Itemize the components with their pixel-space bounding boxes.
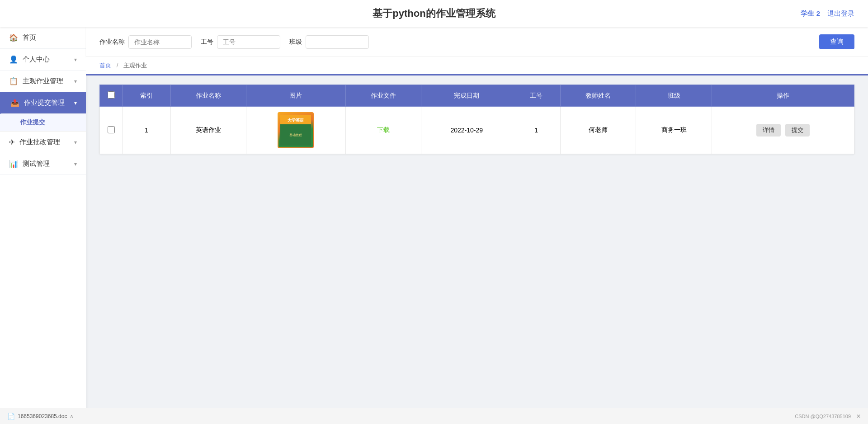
- clipboard-icon: 📋: [9, 77, 18, 85]
- col-name: 作业名称: [170, 85, 246, 107]
- col-file: 作业文件: [345, 85, 421, 107]
- col-class: 班级: [636, 85, 712, 107]
- sidebar-label-review-mgmt: 作业批改管理: [19, 138, 60, 146]
- home-icon: 🏠: [9, 33, 18, 42]
- search-group-name: 作业名称: [99, 35, 192, 49]
- sidebar-item-test-mgmt[interactable]: 📊 测试管理 ▾: [0, 153, 86, 175]
- sidebar-item-home[interactable]: 🏠 首页: [0, 27, 86, 49]
- main-layout: 🏠 首页 👤 个人中心 ▾ 📋 主观作业管理 ▾ 📤 作业提交管理: [0, 27, 868, 424]
- breadcrumb: 首页 / 主观作业: [86, 57, 868, 75]
- row-checkbox-cell: [100, 107, 123, 154]
- bottom-file-name: 1665369023685.doc: [18, 413, 67, 419]
- breadcrumb-home[interactable]: 首页: [99, 62, 111, 69]
- person-icon: 👤: [9, 55, 18, 64]
- table-row: 1 英语作业 大学英语 基础教程: [100, 107, 854, 154]
- row-checkbox[interactable]: [108, 126, 115, 133]
- send-icon: ✈: [9, 138, 15, 146]
- col-empid: 工号: [512, 85, 561, 107]
- logout-button[interactable]: 退出登录: [827, 9, 854, 18]
- breadcrumb-separator: /: [117, 62, 118, 69]
- chart-icon: 📊: [9, 160, 18, 168]
- row-image-cell: 大学英语 基础教程: [246, 107, 345, 154]
- download-link[interactable]: 下载: [377, 126, 390, 133]
- employee-id-label: 工号: [201, 38, 213, 46]
- class-label: 班级: [289, 38, 302, 46]
- sidebar-label-submit-mgmt: 作业提交管理: [24, 99, 65, 107]
- sidebar-label-test-mgmt: 测试管理: [23, 160, 50, 168]
- table-header-row: 索引 作业名称 图片 作业文件 完成日期 工号 教师姓名 班级 操作: [100, 85, 854, 107]
- row-due-date: 2022-10-29: [421, 107, 512, 154]
- row-file: 下载: [345, 107, 421, 154]
- student-label: 学生 2: [801, 9, 820, 18]
- col-action: 操作: [712, 85, 854, 107]
- chevron-down-icon: ▾: [74, 57, 77, 63]
- search-bar: 作业名称 工号 班级 商务一班 查询: [86, 27, 868, 57]
- submit-button[interactable]: 提交: [785, 124, 810, 137]
- book-subtitle: 基础教程: [289, 133, 302, 137]
- book-title: 大学英语: [288, 118, 304, 122]
- homework-name-input[interactable]: [128, 35, 192, 49]
- header: 基于python的作业管理系统 学生 2 退出登录: [0, 0, 868, 27]
- sidebar-label-home: 首页: [23, 33, 36, 42]
- sidebar: 🏠 首页 👤 个人中心 ▾ 📋 主观作业管理 ▾ 📤 作业提交管理: [0, 27, 86, 424]
- col-image: 图片: [246, 85, 345, 107]
- row-actions: 详情 提交: [712, 107, 854, 154]
- row-emp-id: 1: [512, 107, 561, 154]
- content: 作业名称 工号 班级 商务一班 查询 首页 / 主观作业: [86, 27, 868, 424]
- employee-id-input[interactable]: [217, 35, 280, 49]
- col-checkbox: [100, 85, 123, 107]
- query-button[interactable]: 查询: [819, 34, 854, 49]
- sidebar-item-submit-mgmt[interactable]: 📤 作业提交管理 ▾: [0, 92, 86, 114]
- homework-table: 索引 作业名称 图片 作业文件 完成日期 工号 教师姓名 班级 操作: [99, 85, 854, 154]
- bottom-bar: 📄 1665369023685.doc ∧ CSDN @QQ2743785109…: [0, 408, 868, 424]
- csdn-text: CSDN @QQ2743785109: [795, 414, 851, 419]
- sidebar-sub-menu: 作业提交: [0, 114, 86, 132]
- bottom-right: CSDN @QQ2743785109 ✕: [795, 413, 861, 419]
- file-icon: 📄: [7, 413, 15, 420]
- chevron-down-icon-2: ▾: [74, 78, 77, 85]
- class-input[interactable]: 商务一班: [306, 35, 369, 49]
- col-teacher: 教师姓名: [561, 85, 636, 107]
- row-name: 英语作业: [170, 107, 246, 154]
- chevron-down-icon-3: ▾: [74, 100, 77, 106]
- breadcrumb-current: 主观作业: [123, 62, 147, 69]
- col-date: 完成日期: [421, 85, 512, 107]
- search-group-class: 班级 商务一班: [289, 35, 369, 49]
- chevron-down-icon-5: ▾: [74, 161, 77, 167]
- sidebar-item-review-mgmt[interactable]: ✈ 作业批改管理 ▾: [0, 132, 86, 153]
- sidebar-item-personal[interactable]: 👤 个人中心 ▾: [0, 49, 86, 71]
- search-group-id: 工号: [201, 35, 280, 49]
- header-title: 基于python的作业管理系统: [373, 7, 495, 20]
- sidebar-label-personal: 个人中心: [23, 55, 50, 64]
- select-all-checkbox[interactable]: [108, 91, 115, 99]
- homework-name-label: 作业名称: [99, 38, 125, 46]
- row-teacher-name: 何老师: [561, 107, 636, 154]
- table-area: 索引 作业名称 图片 作业文件 完成日期 工号 教师姓名 班级 操作: [86, 75, 868, 163]
- book-image: 大学英语 基础教程: [278, 112, 314, 148]
- detail-button[interactable]: 详情: [756, 124, 781, 137]
- sidebar-label-homework-mgmt: 主观作业管理: [23, 77, 63, 85]
- sidebar-sub-item-homework-submit[interactable]: 作业提交: [0, 114, 86, 132]
- chevron-down-icon-4: ▾: [74, 139, 77, 146]
- col-index: 索引: [123, 85, 171, 107]
- sidebar-sub-label-submit: 作业提交: [20, 118, 45, 126]
- header-user: 学生 2 退出登录: [801, 9, 854, 18]
- bottom-file-section: 📄 1665369023685.doc ∧: [7, 413, 74, 420]
- submit-icon: 📤: [10, 99, 19, 107]
- book-image-wrapper: 大学英语 基础教程: [251, 112, 341, 148]
- row-class-name: 商务一班: [636, 107, 712, 154]
- row-index: 1: [123, 107, 171, 154]
- sidebar-item-homework-mgmt[interactable]: 📋 主观作业管理 ▾: [0, 71, 86, 92]
- close-icon[interactable]: ✕: [856, 413, 861, 419]
- bottom-chevron-icon[interactable]: ∧: [70, 413, 74, 419]
